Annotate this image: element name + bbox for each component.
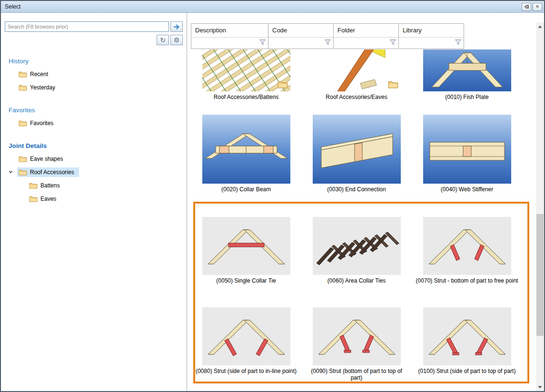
settings-button[interactable]: ⚙ [170, 35, 183, 45]
library-item[interactable]: (0020) Collar Beam [191, 115, 301, 217]
item-thumbnail-eaves[interactable] [313, 49, 401, 91]
funnel-icon [455, 39, 462, 46]
column-label: Code [268, 24, 333, 37]
triangle-up-icon [538, 25, 542, 28]
tree-item-yesterday[interactable]: Yesterday [1, 81, 187, 94]
item-thumbnail-single-collar-tie[interactable] [202, 217, 290, 275]
gear-icon: ⚙ [174, 36, 180, 44]
content-panel: Description Code Folder Library Roof Acc… [187, 13, 544, 391]
library-item[interactable]: (0050) Single Collar Tie [191, 217, 301, 307]
library-item[interactable]: (0080) Strut (side of part to in-line po… [191, 307, 301, 391]
item-thumbnail-strut-bottom-free[interactable] [423, 217, 511, 275]
tree-item-label: Favorites [30, 120, 53, 127]
filter-button[interactable] [455, 39, 462, 48]
item-thumbnail-battens[interactable] [202, 49, 290, 91]
funnel-icon [324, 39, 331, 46]
item-label: (0030) End Connection [327, 186, 386, 193]
item-label: (0020) Collar Beam [221, 186, 271, 193]
tree-item-label: Eaves [40, 196, 56, 202]
tree-item-label: Yesterday [30, 84, 55, 91]
column-header-description[interactable]: Description [191, 23, 268, 49]
item-thumbnail-strut-side-top[interactable] [423, 307, 511, 365]
scrollbar-thumb[interactable] [536, 214, 544, 336]
tree-item-roof-accessories[interactable]: Roof Accessories [1, 166, 187, 179]
library-item[interactable]: (0100) Strut (side of part to top of par… [412, 307, 522, 391]
chevron-down-icon[interactable] [8, 169, 13, 176]
refresh-icon: ↻ [160, 36, 166, 44]
search-go-button[interactable] [170, 21, 183, 32]
pin-icon [524, 4, 529, 10]
tree-section-favorites: Favorites [9, 107, 187, 114]
tree-section-joint-details: Joint Details [9, 142, 187, 149]
item-thumbnail-fish-plate[interactable] [423, 49, 511, 91]
select-window: Select × ↻ [0, 0, 545, 392]
item-label: (0080) Strut (side of part to in-line po… [196, 368, 297, 374]
column-header-library[interactable]: Library [398, 23, 464, 49]
library-item[interactable]: (0010) Fish Plate [412, 49, 522, 115]
library-item[interactable]: (0090) Strut (bottom of part to top of p… [301, 307, 412, 391]
refresh-button[interactable]: ↻ [157, 35, 169, 45]
folder-tree: History Recent YesterdayFavorites Favori… [1, 58, 187, 206]
column-header-code[interactable]: Code [268, 23, 334, 49]
column-label: Library [399, 24, 464, 37]
folder-badge-icon [277, 80, 288, 90]
search-input[interactable] [5, 21, 169, 32]
window-title: Select [5, 3, 520, 10]
item-label: (0060) Area Collar Ties [327, 277, 386, 284]
tree-item-battens[interactable]: Battens [1, 179, 187, 192]
item-thumbnail-strut-side-inline[interactable] [202, 307, 290, 365]
item-label: Roof Accessories/Battens [214, 94, 279, 100]
library-item[interactable]: (0030) End Connection [301, 115, 412, 217]
filter-button[interactable] [259, 39, 266, 48]
sidebar: ↻ ⚙ History Recent YesterdayFavorites Fa… [1, 13, 187, 391]
tree-section-history: History [9, 58, 187, 65]
item-thumbnail-end-connection[interactable] [313, 115, 401, 184]
folder-icon [19, 71, 27, 78]
library-item[interactable]: Roof Accessories/Battens [191, 49, 301, 115]
scrollbar[interactable] [536, 22, 544, 391]
library-item[interactable]: Roof Accessories/Eaves [301, 49, 412, 115]
folder-icon [19, 156, 27, 162]
column-label: Folder [334, 24, 398, 37]
column-label: Description [191, 24, 268, 37]
item-thumbnail-strut-bottom-top[interactable] [313, 307, 401, 365]
tree-item-label: Battens [40, 182, 60, 189]
item-label: (0010) Fish Plate [445, 94, 488, 100]
tree-item-label: Roof Accessories [30, 169, 74, 176]
filter-button[interactable] [389, 39, 396, 48]
item-label: (0040) Web Stiffener [441, 186, 493, 193]
folder-icon [19, 169, 27, 176]
folder-icon [19, 120, 27, 127]
item-label: (0100) Strut (side of part to top of par… [418, 368, 516, 374]
tree-item-label: Eave shapes [30, 156, 63, 162]
tree-item-recent[interactable]: Recent [1, 68, 187, 81]
tree-item-eaves[interactable]: Eaves [1, 192, 187, 206]
arrow-right-icon [173, 24, 180, 30]
item-label: Roof Accessories/Eaves [326, 94, 387, 100]
library-item[interactable]: (0040) Web Stiffener [412, 115, 522, 217]
library-item[interactable]: (0060) Area Collar Ties [301, 217, 412, 307]
column-header-folder[interactable]: Folder [333, 23, 399, 49]
scroll-down-button[interactable] [536, 383, 544, 391]
item-thumbnail-collar-beam[interactable] [202, 115, 290, 184]
funnel-icon [259, 39, 266, 46]
folder-icon [29, 196, 38, 202]
funnel-icon [389, 39, 396, 46]
folder-icon [19, 84, 27, 91]
item-thumbnail-web-stiffener[interactable] [423, 115, 511, 184]
window-close-button[interactable]: × [533, 3, 542, 11]
item-thumbnail-area-collar-ties[interactable] [313, 217, 401, 275]
tree-item-eave-shapes[interactable]: Eave shapes [1, 152, 187, 166]
folder-badge-icon [388, 80, 398, 90]
window-pin-button[interactable] [522, 3, 531, 11]
library-item[interactable]: (0070) Strut - bottom of part to free po… [412, 217, 522, 307]
folder-icon [29, 182, 38, 189]
tree-item-favorites[interactable]: Favorites [1, 117, 187, 130]
triangle-down-icon [538, 386, 542, 389]
item-label: (0070) Strut - bottom of part to free po… [416, 277, 518, 284]
scroll-up-button[interactable] [536, 22, 544, 30]
filter-button[interactable] [324, 39, 331, 48]
items-grid: Roof Accessories/Battens Roof Accessorie… [191, 49, 522, 391]
column-headers: Description Code Folder Library [191, 23, 464, 49]
title-bar: Select × [1, 1, 544, 13]
